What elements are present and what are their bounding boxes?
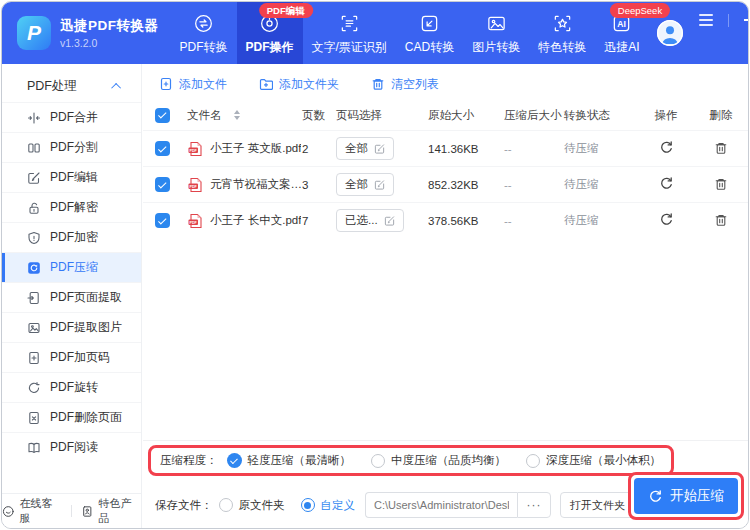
check-icon: [158, 144, 166, 152]
tab-pdf-convert[interactable]: PDF转换: [171, 2, 237, 64]
trash-icon[interactable]: [714, 141, 728, 157]
sidebar: PDF处理 PDF合并 PDF分割 PDF编辑 PDF解密 PDF加密 PDF压…: [2, 64, 142, 528]
row-checkbox[interactable]: [155, 213, 170, 228]
page-select-button[interactable]: 全部: [336, 137, 394, 160]
col-filename: 文件名: [187, 108, 222, 123]
unlock-icon: [27, 201, 41, 215]
delete-page-icon: [27, 411, 41, 425]
col-page-select: 页码选择: [336, 108, 428, 123]
compress-spinner-icon: [648, 489, 663, 504]
tab-label: 文字/票证识别: [312, 39, 387, 56]
status-text: 待压缩: [564, 213, 634, 228]
page-select-button[interactable]: 全部: [336, 173, 394, 196]
chevron-up-icon: [111, 82, 121, 92]
radio-original-folder[interactable]: 原文件夹: [219, 498, 285, 513]
sidebar-item-pdf-delete-pages[interactable]: PDF删除页面: [2, 402, 141, 432]
refresh-icon[interactable]: [659, 140, 674, 157]
split-icon: [27, 141, 41, 155]
sidebar-group-title: PDF处理: [27, 78, 77, 95]
tab-label: 特色转换: [538, 39, 586, 56]
special-convert-icon: [552, 13, 573, 34]
refresh-icon[interactable]: [659, 212, 674, 229]
compress-icon: [27, 261, 41, 275]
tab-special-convert[interactable]: 特色转换: [529, 2, 595, 64]
tab-pdf-operate[interactable]: PDF编辑 PDF操作: [237, 2, 303, 64]
menu-icon[interactable]: [699, 14, 713, 25]
image-convert-icon: [486, 13, 507, 34]
radio-medium-compression[interactable]: 中度压缩（品质均衡）: [371, 453, 506, 468]
edit-icon: [27, 171, 41, 185]
tab-label: PDF操作: [246, 39, 294, 56]
ocr-icon: [339, 13, 360, 34]
tab-cad-convert[interactable]: CAD转换: [396, 2, 463, 64]
row-checkbox[interactable]: [155, 141, 170, 156]
compressed-size: --: [504, 179, 564, 191]
sidebar-item-pdf-extract-images[interactable]: PDF提取图片: [2, 312, 141, 342]
compressed-size: --: [504, 143, 564, 155]
radio-unchecked-icon: [526, 454, 540, 468]
table-row: PDF 小王子 英文版.pdf 2 全部 141.36KB -- 待压缩: [143, 130, 748, 166]
sidebar-item-label: PDF压缩: [50, 259, 98, 276]
clear-list-button[interactable]: 清空列表: [371, 76, 439, 93]
row-checkbox[interactable]: [155, 177, 170, 192]
app-header: P 迅捷PDF转换器 v1.3.2.0 PDF转换 PDF编辑 PDF操作: [2, 2, 748, 64]
col-status: 转换状态: [564, 108, 634, 123]
clear-list-icon: [371, 77, 385, 91]
save-path-input[interactable]: [365, 492, 517, 518]
sidebar-item-pdf-decrypt[interactable]: PDF解密: [2, 192, 141, 222]
edit-pages-icon: [374, 143, 385, 154]
radio-deep-compression[interactable]: 深度压缩（最小体积）: [526, 453, 661, 468]
sidebar-item-pdf-page-numbers[interactable]: PDF加页码: [2, 342, 141, 372]
sort-icon[interactable]: [234, 110, 240, 120]
app-title: 迅捷PDF转换器: [60, 17, 159, 35]
featured-products-link[interactable]: 特色产品: [81, 496, 141, 526]
start-button-highlight-box: 开始压缩: [628, 472, 744, 520]
add-folder-button[interactable]: 添加文件夹: [259, 76, 339, 93]
extract-image-icon: [27, 321, 41, 335]
minimize-button[interactable]: [744, 19, 749, 21]
radio-custom-folder[interactable]: 自定义: [301, 498, 356, 513]
file-pages: 7: [302, 215, 336, 227]
select-all-checkbox[interactable]: [155, 108, 170, 123]
book-icon: [27, 441, 41, 455]
start-compress-button[interactable]: 开始压缩: [634, 478, 738, 514]
sidebar-item-pdf-split[interactable]: PDF分割: [2, 132, 141, 162]
add-file-button[interactable]: 添加文件: [159, 76, 227, 93]
app-window: P 迅捷PDF转换器 v1.3.2.0 PDF转换 PDF编辑 PDF操作: [1, 1, 749, 529]
sidebar-item-pdf-read[interactable]: PDF阅读: [2, 432, 141, 462]
original-size: 852.32KB: [428, 179, 504, 191]
open-folder-button[interactable]: 打开文件夹: [560, 492, 635, 518]
sidebar-group-pdf-processing[interactable]: PDF处理: [2, 70, 141, 102]
sidebar-item-pdf-edit[interactable]: PDF编辑: [2, 162, 141, 192]
sidebar-item-pdf-merge[interactable]: PDF合并: [2, 102, 141, 132]
svg-text:PDF: PDF: [190, 220, 198, 224]
app-logo-icon: P: [17, 16, 51, 50]
tab-image-convert[interactable]: 图片转换: [463, 2, 529, 64]
page-select-button[interactable]: 已选...: [336, 209, 404, 232]
sidebar-item-pdf-extract-pages[interactable]: PDF页面提取: [2, 282, 141, 312]
radio-checked-icon: [227, 453, 242, 468]
online-service-link[interactable]: 在线客服: [2, 496, 62, 526]
user-avatar[interactable]: [657, 20, 683, 46]
sidebar-item-pdf-rotate[interactable]: PDF旋转: [2, 372, 141, 402]
sidebar-item-pdf-encrypt[interactable]: PDF加密: [2, 222, 141, 252]
radio-unchecked-icon: [219, 498, 233, 512]
radio-checked-icon: [301, 498, 315, 512]
deepseek-badge: DeepSeek: [610, 3, 670, 18]
tab-ocr[interactable]: 文字/票证识别: [303, 2, 396, 64]
tab-xunjie-ai[interactable]: DeepSeek AI 迅捷AI: [595, 2, 648, 64]
rotate-icon: [27, 381, 41, 395]
browse-button[interactable]: ···: [517, 492, 551, 518]
empty-area: [143, 238, 748, 440]
trash-icon[interactable]: [714, 177, 728, 193]
status-text: 待压缩: [564, 177, 634, 192]
refresh-icon[interactable]: [659, 176, 674, 193]
original-size: 378.56KB: [428, 215, 504, 227]
col-pages: 页数: [302, 108, 336, 123]
status-text: 待压缩: [564, 141, 634, 156]
radio-light-compression[interactable]: 轻度压缩（最清晰）: [227, 453, 352, 468]
file-pages: 2: [302, 143, 336, 155]
trash-icon[interactable]: [714, 213, 728, 229]
sidebar-item-pdf-compress[interactable]: PDF压缩: [2, 252, 141, 282]
sidebar-item-label: PDF页面提取: [50, 289, 122, 306]
